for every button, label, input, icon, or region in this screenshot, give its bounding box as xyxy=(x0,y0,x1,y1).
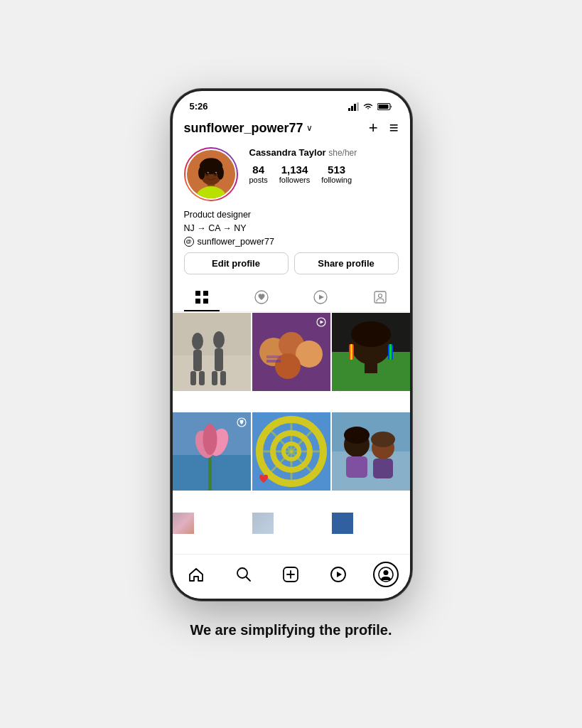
play-circle-icon xyxy=(313,290,328,304)
photo-4-overlay xyxy=(237,417,247,427)
svg-rect-5 xyxy=(378,105,388,109)
avatar xyxy=(185,149,237,200)
battery-icon xyxy=(377,102,393,111)
photo-2-overlay xyxy=(316,317,326,328)
grid-photo-6[interactable] xyxy=(332,412,410,491)
bottom-nav xyxy=(173,554,410,599)
followers-label: followers xyxy=(279,176,310,184)
page-wrapper: 5:26 xyxy=(171,89,412,639)
grid-photo-7[interactable] xyxy=(173,513,194,534)
phone-shell: 5:26 xyxy=(171,89,412,601)
svg-point-79 xyxy=(371,432,395,447)
svg-point-61 xyxy=(203,424,217,455)
svg-point-27 xyxy=(378,294,382,297)
phone-content: sunflower_power77 ∨ + ≡ xyxy=(173,116,410,599)
status-bar: 5:26 xyxy=(173,91,410,116)
grid-photo-2[interactable] xyxy=(252,313,330,391)
grid-photo-1[interactable] xyxy=(173,313,251,391)
following-count: 513 xyxy=(328,164,345,176)
pronouns: she/her xyxy=(328,148,357,158)
profile-header: sunflower_power77 ∨ + ≡ xyxy=(173,116,410,283)
avatar-wrapper xyxy=(184,147,238,201)
svg-rect-44 xyxy=(266,360,281,363)
svg-point-12 xyxy=(217,166,223,180)
grid-photo-9[interactable] xyxy=(332,513,353,534)
action-buttons: Edit profile Share profile xyxy=(184,252,399,274)
following-label: following xyxy=(321,176,352,184)
svg-point-30 xyxy=(192,333,203,350)
chevron-down-icon[interactable]: ∨ xyxy=(306,123,313,133)
bio-section: Product designer NJ → CA → NY @ sunflowe… xyxy=(184,208,399,247)
tab-tagged[interactable] xyxy=(350,283,410,311)
svg-rect-37 xyxy=(220,371,226,385)
profile-info-row: Cassandra Taylor she/her 84 posts 1,134 … xyxy=(184,147,399,201)
add-post-button[interactable]: + xyxy=(369,119,378,137)
svg-rect-55 xyxy=(389,344,392,360)
svg-point-50 xyxy=(351,321,391,347)
svg-rect-80 xyxy=(346,456,367,478)
tab-reels[interactable] xyxy=(291,283,351,311)
svg-rect-33 xyxy=(199,371,205,385)
wifi-icon xyxy=(362,102,374,111)
photo-grid xyxy=(173,313,410,555)
menu-button[interactable]: ≡ xyxy=(389,119,399,137)
signal-icon xyxy=(348,102,359,111)
photo-1-image xyxy=(173,313,251,391)
status-time: 5:26 xyxy=(190,101,208,112)
svg-point-77 xyxy=(344,427,370,444)
bio-link-row[interactable]: @ sunflower_power77 xyxy=(184,237,399,247)
svg-rect-19 xyxy=(195,291,200,296)
nav-add-button[interactable] xyxy=(278,562,303,587)
display-name-row: Cassandra Taylor she/her xyxy=(249,147,399,158)
svg-line-83 xyxy=(246,577,250,582)
edit-profile-button[interactable]: Edit profile xyxy=(184,252,289,274)
stats-area: Cassandra Taylor she/her 84 posts 1,134 … xyxy=(249,147,399,184)
nav-search-button[interactable] xyxy=(231,562,257,587)
svg-point-11 xyxy=(198,166,205,180)
svg-marker-46 xyxy=(320,321,323,324)
profile-tabs xyxy=(173,283,410,312)
svg-rect-21 xyxy=(195,299,200,304)
svg-rect-81 xyxy=(373,459,393,478)
share-profile-button[interactable]: Share profile xyxy=(294,252,399,274)
svg-point-90 xyxy=(384,570,389,575)
nav-reels-button[interactable] xyxy=(325,562,351,587)
username-row: sunflower_power77 ∨ + ≡ xyxy=(184,119,399,137)
threads-icon: @ xyxy=(184,237,194,247)
svg-rect-1 xyxy=(351,106,353,111)
svg-point-34 xyxy=(213,331,225,348)
svg-rect-22 xyxy=(203,299,208,304)
following-stat[interactable]: 513 following xyxy=(321,164,352,184)
nav-profile-button[interactable] xyxy=(373,562,399,587)
svg-rect-51 xyxy=(365,363,377,373)
svg-rect-75 xyxy=(332,451,410,491)
stats-row: 84 posts 1,134 followers 513 following xyxy=(249,164,399,184)
svg-marker-25 xyxy=(319,294,324,299)
grid-icon xyxy=(195,290,209,304)
svg-rect-31 xyxy=(193,350,202,371)
bio-line-2: NJ → CA → NY xyxy=(184,222,399,235)
username-left: sunflower_power77 ∨ xyxy=(184,121,313,136)
bio-line-1: Product designer xyxy=(184,208,399,222)
display-name: Cassandra Taylor xyxy=(249,147,329,158)
svg-rect-0 xyxy=(348,108,350,111)
tab-grid[interactable] xyxy=(173,283,232,311)
heart-circle-icon xyxy=(254,290,269,304)
grid-photo-8[interactable] xyxy=(252,513,274,534)
page-caption: We are simplifying the profile. xyxy=(190,621,392,639)
header-icons: + ≡ xyxy=(369,119,399,137)
svg-rect-20 xyxy=(203,291,208,296)
followers-stat[interactable]: 1,134 followers xyxy=(279,164,310,184)
nav-home-button[interactable] xyxy=(183,562,209,587)
grid-photo-5[interactable] xyxy=(252,412,330,491)
svg-rect-36 xyxy=(212,371,217,385)
svg-rect-35 xyxy=(215,348,223,371)
username-text: sunflower_power77 xyxy=(184,121,303,136)
grid-photo-3[interactable] xyxy=(332,313,410,391)
svg-rect-3 xyxy=(357,102,359,111)
svg-point-18 xyxy=(215,172,217,173)
tab-likes[interactable] xyxy=(232,283,291,311)
grid-photo-4[interactable] xyxy=(173,412,251,491)
svg-rect-53 xyxy=(350,344,352,360)
posts-stat[interactable]: 84 posts xyxy=(249,164,268,184)
